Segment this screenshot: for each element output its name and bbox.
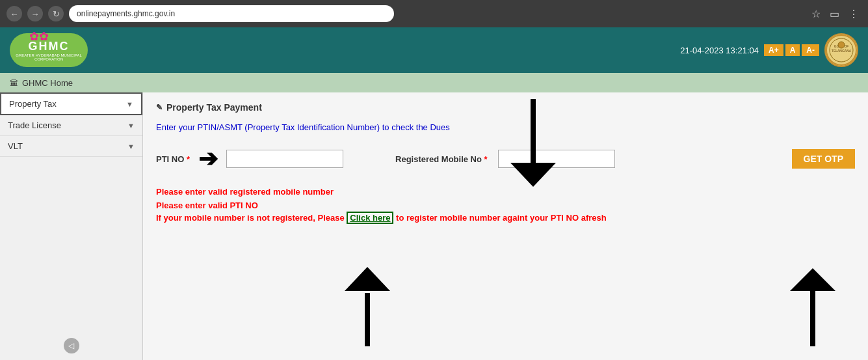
info-text: Enter your PTIN/ASMT (Property Tax Ident…: [156, 122, 855, 132]
header-right: 21-04-2023 13:21:04 A+ A A- GOVT OF TELA…: [680, 33, 858, 67]
telangana-seal-icon: GOVT OF TELANGANA: [824, 33, 858, 67]
chevron-down-icon-3: ▼: [127, 143, 135, 150]
click-here-link[interactable]: Click here: [347, 212, 393, 224]
browser-actions: ☆ ▭ ⋮: [809, 8, 861, 20]
section-header: ✎ Property Tax Payment: [156, 102, 855, 113]
edit-icon: ✎: [156, 103, 163, 112]
arrow-right-icon: ➔: [198, 145, 218, 173]
font-normal-button[interactable]: A: [785, 44, 800, 56]
svg-point-4: [838, 42, 845, 48]
mobile-input[interactable]: [498, 150, 615, 168]
main-layout: Property Tax ▼ Trade License ▼ VLT ▼ ◁ ✎…: [0, 92, 868, 360]
pti-label: PTI NO *: [156, 154, 190, 164]
error-pti: Please enter valid PTI NO: [156, 199, 855, 213]
chevron-down-icon-2: ▼: [127, 122, 135, 130]
mobile-required-marker: *: [484, 154, 488, 164]
chevron-down-icon: ▼: [126, 100, 133, 108]
home-icon: 🏛: [10, 78, 18, 88]
logo-subtext: GREATER HYDERABAD MUNICIPAL CORPORATION: [10, 53, 88, 61]
nav-bar: 🏛 GHMC Home: [0, 73, 868, 92]
vlt-label: VLT: [8, 141, 23, 151]
address-bar[interactable]: onlinepayments.ghmc.gov.in: [69, 5, 394, 22]
sidebar-item-trade-license[interactable]: Trade License ▼: [0, 115, 142, 136]
font-large-button[interactable]: A+: [764, 44, 783, 56]
info-after-text: to register mobile number againt your PT…: [396, 213, 607, 223]
font-small-button[interactable]: A-: [802, 44, 819, 56]
logo-flowers-icon: ✿✿: [29, 29, 49, 44]
pti-field-group: PTI NO * ➔: [156, 145, 343, 173]
reload-button[interactable]: ↻: [48, 6, 64, 21]
home-nav[interactable]: 🏛 GHMC Home: [10, 78, 73, 88]
sidebar-scroll-left-button[interactable]: ◁: [64, 338, 79, 353]
trade-license-label: Trade License: [8, 120, 61, 130]
font-size-controls: A+ A A-: [764, 44, 819, 56]
error-messages: Please enter valid registered mobile num…: [156, 186, 855, 223]
info-before-text: If your mobile number is not registered,…: [156, 213, 345, 223]
browser-chrome: ← → ↻ onlinepayments.ghmc.gov.in ☆ ▭ ⋮: [0, 0, 868, 27]
mobile-label: Registered Mobile No *: [395, 154, 488, 164]
mobile-field-group: Registered Mobile No *: [395, 150, 615, 168]
get-otp-button[interactable]: GET OTP: [792, 149, 855, 169]
section-title: Property Tax Payment: [166, 102, 262, 113]
error-mobile: Please enter valid registered mobile num…: [156, 186, 855, 199]
svg-text:TELANGANA: TELANGANA: [832, 49, 852, 53]
home-label: GHMC Home: [22, 78, 73, 88]
sidebar: Property Tax ▼ Trade License ▼ VLT ▼ ◁: [0, 92, 143, 360]
content-area: ✎ Property Tax Payment Enter your PTIN/A…: [143, 92, 868, 360]
back-button[interactable]: ←: [7, 6, 22, 21]
logo-area: ✿✿ GHMC GREATER HYDERABAD MUNICIPAL CORP…: [10, 33, 88, 67]
form-row: PTI NO * ➔ Registered Mobile No * GET OT…: [156, 145, 855, 173]
forward-button[interactable]: →: [27, 6, 43, 21]
ghmc-logo: ✿✿ GHMC GREATER HYDERABAD MUNICIPAL CORP…: [10, 33, 88, 67]
sidebar-item-property-tax[interactable]: Property Tax ▼: [0, 92, 142, 115]
sidebar-item-vlt[interactable]: VLT ▼: [0, 136, 142, 157]
property-tax-label: Property Tax: [9, 99, 57, 109]
register-info-line: If your mobile number is not registered,…: [156, 213, 855, 223]
bookmark-icon[interactable]: ☆: [809, 8, 823, 20]
datetime-display: 21-04-2023 13:21:04: [680, 46, 759, 55]
window-icon[interactable]: ▭: [827, 8, 842, 20]
url-text: onlinepayments.ghmc.gov.in: [77, 9, 175, 18]
pti-required-marker: *: [187, 154, 190, 164]
menu-icon[interactable]: ⋮: [846, 8, 861, 20]
pti-no-input[interactable]: [226, 150, 343, 168]
site-header: ✿✿ GHMC GREATER HYDERABAD MUNICIPAL CORP…: [0, 27, 868, 73]
